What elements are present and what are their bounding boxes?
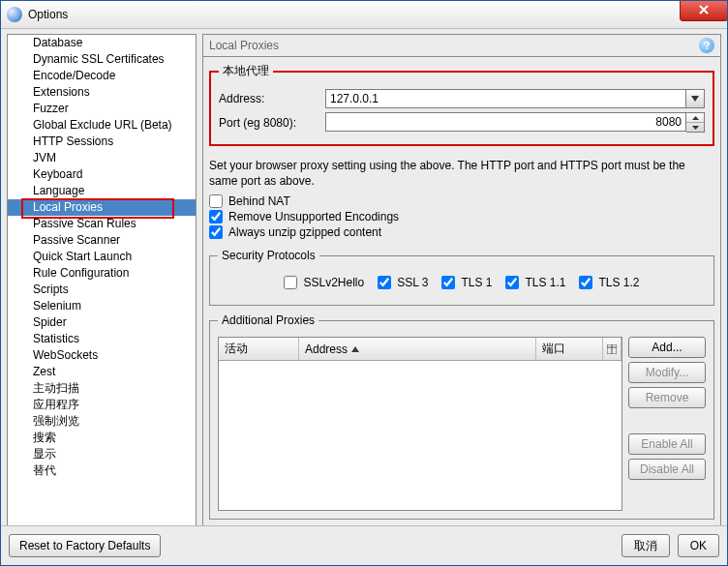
security-protocols-legend: Security Protocols — [218, 249, 319, 262]
add-button[interactable]: Add... — [628, 337, 706, 358]
window-title: Options — [28, 8, 721, 21]
sidebar-item-selenium[interactable]: Selenium — [8, 298, 196, 314]
tls1-label: TLS 1 — [461, 276, 492, 289]
sidebar-item-keyboard[interactable]: Keyboard — [8, 166, 196, 183]
sidebar-item-database[interactable]: Database — [8, 35, 196, 51]
sidebar-item-encode-decode[interactable]: Encode/Decode — [8, 68, 196, 84]
sidebar-item-jvm[interactable]: JVM — [8, 150, 196, 166]
additional-proxies-fieldset: Additional Proxies 活动 Address 端口 — [209, 313, 714, 520]
titlebar[interactable]: Options — [1, 1, 727, 29]
sidebar-item-passive-scanner[interactable]: Passive Scanner — [8, 232, 196, 249]
unzip-gzipped-label: Always unzip gzipped content — [228, 225, 381, 239]
sidebar-item-[interactable]: 强制浏览 — [8, 413, 196, 430]
enable-all-button[interactable]: Enable All — [628, 433, 706, 455]
help-button[interactable]: ? — [699, 38, 714, 53]
table-menu-icon — [607, 344, 617, 354]
cancel-button[interactable]: 取消 — [622, 534, 670, 557]
sslv2hello-checkbox[interactable]: SSLv2Hello — [284, 276, 364, 289]
tls1-checkbox[interactable]: TLS 1 — [441, 276, 492, 289]
tls11-label: TLS 1.1 — [525, 276, 565, 289]
port-input[interactable] — [325, 112, 686, 132]
security-protocols-fieldset: Security Protocols SSLv2Hello SSL 3 TLS … — [209, 249, 714, 306]
app-icon — [7, 7, 22, 22]
sidebar-item-rule-configuration[interactable]: Rule Configuration — [8, 265, 196, 282]
table-body — [219, 361, 622, 510]
sslv2hello-label: SSLv2Hello — [303, 276, 364, 289]
close-icon — [698, 4, 710, 15]
disable-all-button[interactable]: Disable All — [628, 459, 706, 480]
tls12-checkbox[interactable]: TLS 1.2 — [579, 276, 639, 289]
sidebar-item-dynamic-ssl-certificates[interactable]: Dynamic SSL Certificates — [8, 51, 196, 68]
behind-nat-checkbox[interactable]: Behind NAT — [209, 194, 714, 208]
local-proxy-fieldset: 本地代理 Address: Port (eg 8080): — [209, 63, 714, 146]
proxy-hint-text: Set your browser proxy setting using the… — [209, 158, 714, 189]
sidebar-item-websockets[interactable]: WebSockets — [8, 347, 196, 364]
sidebar-item-local-proxies[interactable]: Local Proxies — [8, 199, 196, 216]
sidebar-item-passive-scan-rules[interactable]: Passive Scan Rules — [8, 216, 196, 232]
unzip-gzipped-checkbox[interactable]: Always unzip gzipped content — [209, 225, 714, 239]
ssl3-checkbox[interactable]: SSL 3 — [378, 276, 428, 289]
panel-body: 本地代理 Address: Port (eg 8080): — [202, 56, 721, 526]
tls11-input[interactable] — [505, 276, 519, 289]
close-button[interactable] — [680, 0, 728, 21]
unzip-gzipped-input[interactable] — [209, 225, 223, 239]
sidebar-item-[interactable]: 搜索 — [8, 430, 196, 446]
sidebar-item-scripts[interactable]: Scripts — [8, 282, 196, 298]
port-spinner[interactable] — [686, 112, 705, 133]
chevron-down-icon — [692, 126, 699, 130]
sidebar-item-statistics[interactable]: Statistics — [8, 331, 196, 347]
sidebar-item-http-sessions[interactable]: HTTP Sessions — [8, 134, 196, 150]
tls11-checkbox[interactable]: TLS 1.1 — [505, 276, 565, 289]
spinner-down-button[interactable] — [686, 123, 704, 132]
table-columns-button[interactable] — [603, 338, 622, 360]
sidebar-item-spider[interactable]: Spider — [8, 314, 196, 331]
sidebar-item-[interactable]: 应用程序 — [8, 397, 196, 413]
sidebar-item-[interactable]: 主动扫描 — [8, 380, 196, 397]
ok-button[interactable]: OK — [678, 534, 719, 557]
modify-button[interactable]: Modify... — [628, 362, 706, 383]
sidebar-item-[interactable]: 替代 — [8, 462, 196, 479]
remove-encodings-input[interactable] — [209, 210, 223, 223]
sidebar-item-language[interactable]: Language — [8, 183, 196, 199]
sidebar-item-fuzzer[interactable]: Fuzzer — [8, 101, 196, 117]
sidebar-item-quick-start-launch[interactable]: Quick Start Launch — [8, 249, 196, 265]
address-input[interactable] — [325, 89, 686, 108]
table-header: 活动 Address 端口 — [219, 338, 622, 361]
col-address-label: Address — [305, 343, 348, 356]
behind-nat-input[interactable] — [209, 194, 223, 208]
col-enabled[interactable]: 活动 — [219, 338, 299, 360]
port-label: Port (eg 8080): — [219, 116, 325, 130]
dialog-footer: Reset to Factory Defaults 取消 OK — [1, 525, 727, 565]
tls12-label: TLS 1.2 — [598, 276, 639, 289]
proxies-table[interactable]: 活动 Address 端口 — [218, 337, 622, 511]
address-label: Address: — [219, 92, 325, 105]
chevron-up-icon — [692, 116, 699, 120]
remove-button[interactable]: Remove — [628, 387, 706, 408]
sort-asc-icon — [351, 346, 359, 352]
remove-encodings-checkbox[interactable]: Remove Unsupported Encodings — [209, 210, 714, 223]
ssl3-label: SSL 3 — [397, 276, 428, 289]
col-port[interactable]: 端口 — [536, 338, 603, 360]
tls12-input[interactable] — [579, 276, 592, 289]
sslv2hello-input[interactable] — [284, 276, 297, 289]
options-window: Options DatabaseDynamic SSL Certificates… — [0, 0, 728, 566]
sidebar-item-[interactable]: 显示 — [8, 446, 196, 462]
panel-header: Local Proxies ? — [202, 34, 721, 56]
options-tree[interactable]: DatabaseDynamic SSL CertificatesEncode/D… — [7, 34, 197, 526]
spinner-up-button[interactable] — [686, 113, 704, 123]
sidebar-item-zest[interactable]: Zest — [8, 364, 196, 380]
tls1-input[interactable] — [441, 276, 455, 289]
behind-nat-label: Behind NAT — [228, 194, 290, 208]
sidebar-item-extensions[interactable]: Extensions — [8, 84, 196, 101]
local-proxy-legend: 本地代理 — [219, 63, 273, 79]
remove-encodings-label: Remove Unsupported Encodings — [228, 210, 399, 223]
address-dropdown-button[interactable] — [686, 89, 705, 108]
ssl3-input[interactable] — [378, 276, 391, 289]
sidebar-item-global-exclude-url-beta[interactable]: Global Exclude URL (Beta) — [8, 117, 196, 134]
panel-title: Local Proxies — [209, 39, 279, 52]
col-address[interactable]: Address — [299, 338, 536, 360]
additional-proxies-legend: Additional Proxies — [218, 313, 318, 327]
chevron-down-icon — [691, 96, 699, 102]
reset-defaults-button[interactable]: Reset to Factory Defaults — [9, 534, 161, 557]
